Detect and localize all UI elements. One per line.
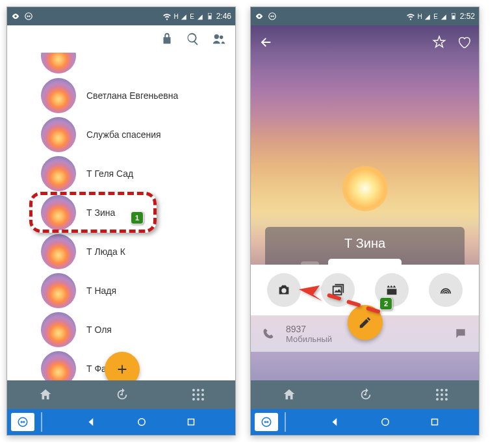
wifi-icon xyxy=(162,12,172,21)
bottom-nav xyxy=(7,380,235,409)
home-button[interactable] xyxy=(136,416,147,428)
list-item[interactable]: Светлана Евгеньевна xyxy=(7,76,235,115)
nav-separator xyxy=(285,412,286,432)
teamviewer-icon xyxy=(17,416,29,428)
teamviewer-button[interactable] xyxy=(255,413,278,431)
status-bar: H ◢ E ◢ 2:46 xyxy=(7,7,235,25)
eye-icon xyxy=(11,12,20,21)
people-icon[interactable] xyxy=(212,32,226,46)
wifi-icon xyxy=(406,12,415,21)
teamviewer-button[interactable] xyxy=(11,413,34,431)
svg-rect-11 xyxy=(432,419,438,425)
signal-text: H ◢ E ◢ xyxy=(417,13,446,20)
contact-hero: Т Зина ВЫЗОВ xyxy=(251,25,479,380)
eye-icon xyxy=(255,12,264,21)
edit-contact-fab[interactable] xyxy=(348,305,383,340)
decorative-sun xyxy=(342,166,388,211)
contact-name: Т Люда К xyxy=(86,246,125,257)
search-icon[interactable] xyxy=(186,32,200,46)
status-time: 2:46 xyxy=(216,12,231,21)
battery-icon xyxy=(205,12,214,21)
phone-icon xyxy=(262,328,274,339)
contact-avatar xyxy=(41,117,76,152)
camera-button[interactable] xyxy=(267,273,301,307)
list-item-highlighted[interactable]: Т Зина xyxy=(7,193,235,232)
clapperboard-icon xyxy=(385,283,399,297)
contact-name: Т Надя xyxy=(86,285,116,296)
svg-rect-5 xyxy=(188,419,194,425)
contacts-list[interactable]: Светлана Евгеньевна Служба спасения Т Ге… xyxy=(7,53,235,380)
back-arrow-icon[interactable] xyxy=(259,35,273,49)
camera-icon xyxy=(277,283,291,297)
plus-icon xyxy=(115,362,129,376)
phone-screen-contact-detail: H ◢ E ◢ 2:52 Т Зина ВЫЗОВ xyxy=(250,7,480,436)
bottom-nav xyxy=(251,380,479,409)
system-nav-bar xyxy=(251,409,479,435)
battery-icon xyxy=(449,12,458,21)
teamviewer-icon xyxy=(261,416,272,428)
contact-name: Служба спасения xyxy=(86,129,161,140)
rainbow-icon xyxy=(439,283,453,297)
status-time: 2:52 xyxy=(460,12,475,21)
back-button[interactable] xyxy=(329,416,341,428)
history-icon[interactable] xyxy=(359,388,373,402)
contact-avatar xyxy=(41,195,76,230)
list-item[interactable]: Т Оля xyxy=(7,310,235,349)
message-icon[interactable] xyxy=(454,327,467,340)
contact-avatar xyxy=(41,156,76,191)
svg-point-10 xyxy=(381,419,389,426)
teamviewer-status-icon xyxy=(24,12,33,21)
recent-button[interactable] xyxy=(185,416,197,428)
recent-button[interactable] xyxy=(429,416,441,428)
system-nav-bar xyxy=(7,409,235,435)
svg-rect-8 xyxy=(452,16,455,19)
contact-name: Т Геля Сад xyxy=(86,168,133,179)
home-icon[interactable] xyxy=(38,388,53,402)
nav-separator xyxy=(41,412,42,432)
list-item[interactable] xyxy=(7,53,235,76)
teamviewer-status-icon xyxy=(268,12,277,21)
app-header xyxy=(7,25,235,53)
list-item[interactable]: Служба спасения xyxy=(7,115,235,154)
theme-button[interactable] xyxy=(429,273,463,307)
list-item[interactable]: Т Геля Сад xyxy=(7,154,235,193)
list-item[interactable]: Т Надя xyxy=(7,271,235,310)
dialpad-icon[interactable] xyxy=(192,389,204,401)
annotation-badge-2: 2 xyxy=(379,297,392,310)
gallery-button[interactable] xyxy=(321,273,355,307)
annotation-badge-1: 1 xyxy=(131,211,144,224)
lock-icon[interactable] xyxy=(160,32,174,46)
contact-name: Светлана Евгеньевна xyxy=(86,90,178,101)
home-icon[interactable] xyxy=(282,388,296,402)
hero-top-actions xyxy=(251,29,479,55)
heart-icon[interactable] xyxy=(457,35,471,49)
svg-point-4 xyxy=(138,419,145,426)
gallery-icon xyxy=(331,283,345,297)
contact-avatar xyxy=(41,53,76,73)
contact-avatar xyxy=(41,312,76,347)
list-item[interactable]: Т Люда К xyxy=(7,232,235,271)
history-icon[interactable] xyxy=(115,388,129,402)
contact-name: Т Оля xyxy=(86,324,112,335)
phone-screen-contacts-list: H ◢ E ◢ 2:46 Светлана Евгеньевна Служба … xyxy=(6,7,236,436)
contact-avatar xyxy=(41,234,76,269)
contact-name: Т Зина xyxy=(272,236,458,251)
contact-avatar xyxy=(41,351,76,380)
contact-avatar xyxy=(41,78,76,113)
pencil-icon xyxy=(358,315,372,330)
contact-avatar xyxy=(41,273,76,308)
contact-name: Т Зина xyxy=(86,207,115,218)
star-icon[interactable] xyxy=(432,35,446,49)
home-button[interactable] xyxy=(379,416,391,428)
back-button[interactable] xyxy=(86,416,97,428)
status-bar: H ◢ E ◢ 2:52 xyxy=(251,7,479,25)
svg-rect-2 xyxy=(209,16,211,19)
signal-text: H ◢ E ◢ xyxy=(173,13,203,20)
dialpad-icon[interactable] xyxy=(436,389,448,401)
